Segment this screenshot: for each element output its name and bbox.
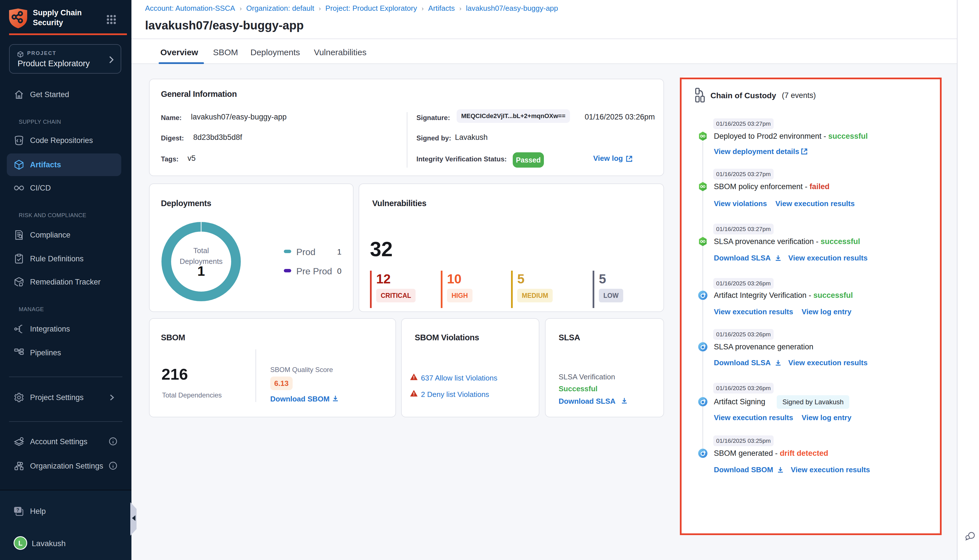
svg-text:?: ? bbox=[16, 507, 19, 513]
